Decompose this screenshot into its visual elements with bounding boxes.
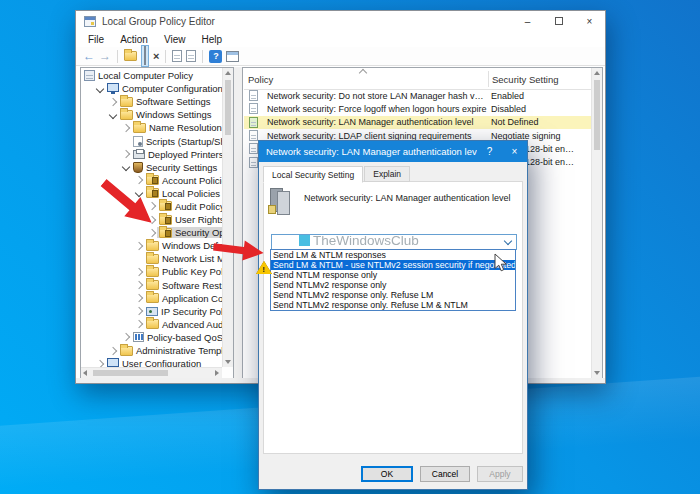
menu-help[interactable]: Help [193, 31, 230, 47]
scroll-down-icon[interactable] [223, 356, 234, 367]
expand-icon[interactable] [134, 280, 144, 290]
tree-item-public-key-policies[interactable]: Public Key Policies [82, 265, 222, 278]
scroll-up-icon[interactable] [592, 68, 603, 79]
tree-item-security-options[interactable]: Security Options [82, 226, 222, 239]
tree-item-user-configuration[interactable]: User Configuration [82, 357, 222, 367]
export-list-icon[interactable] [186, 50, 196, 62]
list-scrollbar-thumb[interactable] [594, 80, 600, 150]
tree-item-name-resolution-policy[interactable]: Name Resolution Policy [82, 121, 222, 134]
dropdown-option-5[interactable]: Send NTLMv2 response only. Refuse LM & N… [271, 300, 515, 310]
column-header-policy[interactable]: Policy [248, 74, 273, 85]
dialog-help-button[interactable]: ? [477, 141, 502, 162]
tree-item-ip-security-policies-on-local-computer[interactable]: IP Security Policies on Local Computer [82, 305, 222, 318]
expand-icon[interactable] [134, 293, 144, 303]
tree-item-body: Policy-based QoS [131, 332, 222, 343]
scroll-down-icon[interactable] [592, 367, 603, 378]
close-button[interactable]: × [574, 11, 605, 31]
dropdown-option-1[interactable]: Send LM & NTLM - use NTLMv2 session secu… [271, 260, 515, 270]
tree-item-software-settings[interactable]: Software Settings [82, 95, 222, 108]
script-icon [133, 136, 143, 147]
help-icon[interactable]: ? [209, 50, 222, 63]
combobox-dropdown-button[interactable] [500, 235, 516, 249]
ok-button[interactable]: OK [361, 466, 413, 482]
tree-item-local-computer-policy[interactable]: Local Computer Policy [82, 69, 222, 82]
tree-item-security-settings[interactable]: Security Settings [82, 161, 222, 174]
tree-item-windows-defender-firewall-with-advanced-se[interactable]: Windows Defender Firewall with Advanced … [82, 239, 222, 252]
panel-splitter[interactable] [234, 67, 242, 379]
tree-hscrollbar-thumb[interactable] [93, 370, 168, 376]
chevron-glyph [135, 268, 143, 276]
tree-item-scripts-startup-shutdown[interactable]: Scripts (Startup/Shutdown) [82, 134, 222, 147]
policy-row-network-security-do-not-store-lan-manage[interactable]: Network security: Do not store LAN Manag… [244, 89, 591, 102]
expand-icon[interactable] [95, 359, 105, 367]
tree-item-advanced-audit-policy-configuration[interactable]: Advanced Audit Policy Configuration [82, 318, 222, 331]
policy-row-network-security-force-logoff-when-logon[interactable]: Network security: Force logoff when logo… [244, 102, 591, 115]
list-header: PolicySecurity Setting [244, 69, 591, 90]
list-vertical-scrollbar[interactable] [591, 68, 602, 378]
expand-icon[interactable] [134, 267, 144, 277]
menu-action[interactable]: Action [112, 31, 156, 47]
dropdown-option-0[interactable]: Send LM & NTLM responses [271, 250, 515, 260]
tree-horizontal-scrollbar[interactable] [81, 367, 222, 378]
expand-icon[interactable] [108, 97, 118, 107]
chevron-glyph [122, 150, 130, 158]
tree-item-body: Security Settings [131, 162, 219, 173]
tree-item-deployed-printers[interactable]: Deployed Printers [82, 148, 222, 161]
tree-item-body: Windows Settings [118, 109, 214, 120]
expand-icon[interactable] [121, 332, 131, 342]
tree-item-computer-configuration[interactable]: Computer Configuration [82, 82, 222, 95]
tree-item-application-control-policies[interactable]: Application Control Policies [82, 292, 222, 305]
tree-item-windows-settings[interactable]: Windows Settings [82, 108, 222, 121]
policy-doc-icon [249, 157, 258, 168]
tree-item-label: Public Key Policies [162, 266, 222, 277]
tree-vertical-scrollbar[interactable] [222, 68, 233, 367]
tree-item-administrative-templates[interactable]: Administrative Templates [82, 344, 222, 357]
minimize-button[interactable]: – [512, 11, 543, 31]
back-arrow-glyph: ← [83, 51, 95, 61]
show-console-tree-icon[interactable] [141, 45, 149, 67]
chevron-down-icon [504, 237, 512, 245]
forward-icon[interactable]: → [99, 51, 111, 61]
expand-icon[interactable] [134, 175, 144, 185]
policy-row-network-security-lan-manager-authenticat[interactable]: Network security: LAN Manager authentica… [244, 116, 591, 129]
dropdown-option-2[interactable]: Send NTLM response only [271, 270, 515, 280]
tree-item-label: Audit Policy [175, 201, 222, 212]
collapse-icon[interactable] [95, 84, 105, 94]
column-header-security-setting[interactable]: Security Setting [492, 74, 559, 85]
desktop: { "window": { "title": "Local Group Poli… [0, 0, 700, 494]
expand-icon[interactable] [134, 241, 144, 251]
expand-icon[interactable] [108, 346, 118, 356]
tree-scrollbar-thumb[interactable] [225, 80, 231, 135]
back-icon[interactable]: ← [83, 51, 95, 61]
expand-icon[interactable] [121, 123, 131, 133]
expand-icon[interactable] [147, 228, 157, 238]
dropdown-option-3[interactable]: Send NTLMv2 response only [271, 280, 515, 290]
tree-item-software-restriction-policies[interactable]: Software Restriction Policies [82, 279, 222, 292]
tab-explain[interactable]: Explain [364, 166, 410, 182]
tree-item-body: Audit Policy [157, 201, 222, 212]
tree-item-policy-based-qos[interactable]: Policy-based QoS [82, 331, 222, 344]
dialog-close-button[interactable]: × [502, 141, 527, 162]
collapse-icon[interactable] [121, 162, 131, 172]
dialog-tabs: Local Security SettingExplain [263, 166, 411, 182]
delete-icon[interactable]: × [153, 50, 159, 62]
scroll-up-icon[interactable] [223, 68, 234, 79]
column-divider[interactable] [488, 71, 489, 87]
export-folder-icon[interactable] [124, 51, 137, 61]
thewindowsclub-logo-icon [299, 235, 310, 246]
menu-view[interactable]: View [156, 31, 194, 47]
new-window-icon[interactable] [226, 51, 239, 62]
maximize-button[interactable] [543, 11, 574, 31]
expand-icon[interactable] [134, 306, 144, 316]
cancel-button[interactable]: Cancel [420, 466, 470, 482]
expand-icon[interactable] [134, 319, 144, 329]
menu-file[interactable]: File [80, 31, 112, 47]
expand-icon[interactable] [121, 149, 131, 159]
tab-local-security-setting[interactable]: Local Security Setting [263, 166, 363, 183]
properties-doc-icon[interactable] [172, 50, 182, 62]
maximize-icon [555, 17, 563, 25]
tree-item-label: Deployed Printers [148, 149, 222, 160]
tree-item-network-list-manager-policies[interactable]: Network List Manager Policies [82, 252, 222, 265]
dropdown-option-4[interactable]: Send NTLMv2 response only. Refuse LM [271, 290, 515, 300]
collapse-icon[interactable] [108, 110, 118, 120]
